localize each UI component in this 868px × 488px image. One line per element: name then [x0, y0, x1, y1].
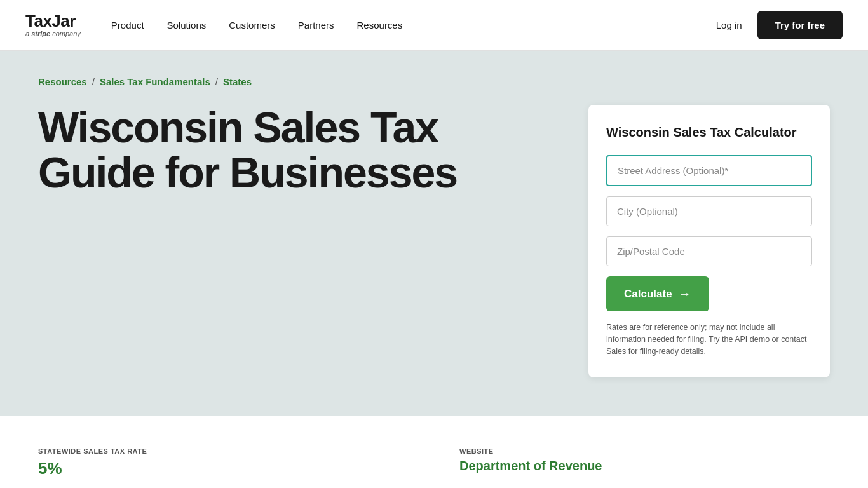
login-button[interactable]: Log in: [716, 20, 742, 30]
try-free-button[interactable]: Try for free: [757, 11, 843, 39]
stats-section: STATEWIDE SALES TAX RATE 5% WEBSITE Depa…: [0, 416, 868, 488]
nav-item-solutions[interactable]: Solutions: [167, 20, 207, 30]
stat-website-label: WEBSITE: [459, 447, 830, 455]
breadcrumb-states: States: [223, 76, 252, 87]
site-header: TaxJar a stripe company Product Solution…: [0, 0, 868, 51]
breadcrumb-resources[interactable]: Resources: [38, 76, 87, 87]
logo-text: TaxJar: [25, 13, 81, 29]
header-left: TaxJar a stripe company Product Solution…: [25, 13, 402, 37]
breadcrumb: Resources / Sales Tax Fundamentals / Sta…: [38, 76, 830, 87]
hero-section: Wisconsin Sales Tax Guide for Businesses…: [38, 105, 830, 377]
logo-sub: a stripe company: [25, 30, 81, 37]
breadcrumb-sales-tax-fundamentals[interactable]: Sales Tax Fundamentals: [100, 76, 210, 87]
hero-left: Wisconsin Sales Tax Guide for Businesses: [38, 105, 563, 196]
stat-website-value[interactable]: Department of Revenue: [459, 459, 830, 473]
zip-input[interactable]: [606, 236, 812, 266]
calculator-note: Rates are for reference only; may not in…: [606, 322, 812, 357]
nav-item-resources[interactable]: Resources: [357, 20, 403, 30]
city-input[interactable]: [606, 196, 812, 226]
calculate-button[interactable]: Calculate →: [606, 276, 709, 311]
logo[interactable]: TaxJar a stripe company: [25, 13, 81, 37]
main-nav: Product Solutions Customers Partners Res…: [111, 20, 402, 30]
stat-statewide-rate-label: STATEWIDE SALES TAX RATE: [38, 447, 409, 455]
nav-item-customers[interactable]: Customers: [229, 20, 275, 30]
calculator-title: Wisconsin Sales Tax Calculator: [606, 125, 812, 140]
stat-statewide-rate-value: 5%: [38, 459, 409, 478]
calculator-card: Wisconsin Sales Tax Calculator Calculate…: [588, 105, 830, 377]
calculate-label: Calculate: [624, 288, 672, 301]
street-address-input[interactable]: [606, 155, 812, 186]
stat-statewide-rate: STATEWIDE SALES TAX RATE 5%: [38, 447, 409, 478]
page-title: Wisconsin Sales Tax Guide for Businesses: [38, 105, 483, 196]
header-right: Log in Try for free: [716, 11, 843, 39]
nav-item-product[interactable]: Product: [111, 20, 144, 30]
breadcrumb-sep-2: /: [215, 76, 218, 87]
main-content: Resources / Sales Tax Fundamentals / Sta…: [0, 51, 868, 416]
nav-item-partners[interactable]: Partners: [298, 20, 334, 30]
stat-website: WEBSITE Department of Revenue: [459, 447, 830, 478]
arrow-icon: →: [679, 287, 691, 301]
breadcrumb-sep-1: /: [92, 76, 95, 87]
